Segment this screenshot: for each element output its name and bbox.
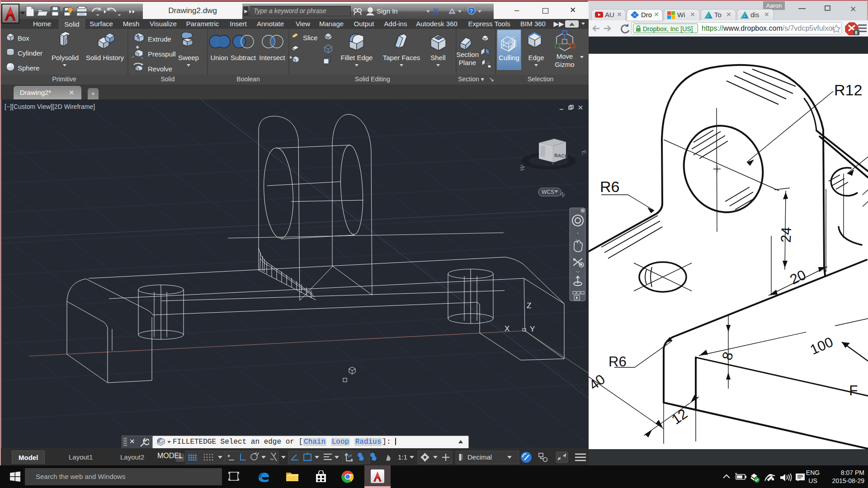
svg-text:100: 100 [808,334,835,358]
svg-text:R12: R12 [834,81,862,99]
svg-text:24: 24 [778,227,795,243]
svg-text:R6: R6 [609,354,627,370]
svg-text:F: F [849,382,858,399]
svg-text:W: W [519,164,526,171]
svg-text:8: 8 [719,350,736,362]
svg-text:12: 12 [669,406,690,427]
svg-text:Sign In: Sign In [377,7,398,15]
svg-text:X: X [505,324,509,333]
svg-text:Z: Z [527,301,531,310]
svg-text:?: ? [470,8,473,14]
svg-text:R6: R6 [600,178,619,195]
svg-text:40: 40 [589,371,608,394]
svg-text:WCS: WCS [542,189,554,195]
svg-text:X: X [433,7,439,16]
svg-text:8: 8 [855,30,858,35]
svg-text:Decimal: Decimal [467,453,492,461]
svg-text:Y: Y [530,325,535,333]
svg-text:1:1: 1:1 [398,453,407,461]
